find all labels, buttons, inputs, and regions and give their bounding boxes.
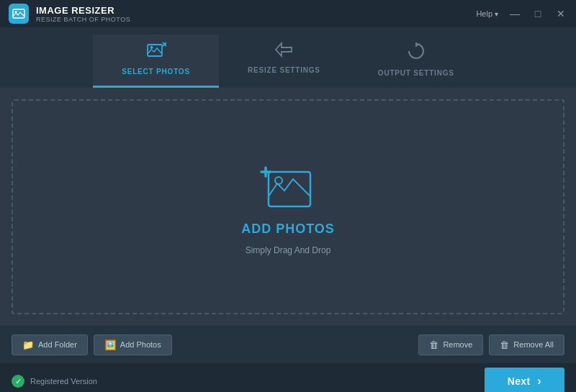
svg-point-3 (150, 46, 153, 49)
svg-point-1 (15, 11, 17, 13)
check-icon: ✓ (12, 375, 24, 388)
remove-all-icon: 🗑 (500, 339, 509, 350)
bottom-toolbar: 📁 Add Folder 🖼️ Add Photos 🗑 Remove 🗑 Re… (0, 326, 576, 363)
tab-resize-settings[interactable]: RESIZE SETTINGS (219, 35, 349, 88)
next-button[interactable]: Next › (485, 368, 564, 392)
folder-icon: 📁 (22, 339, 34, 350)
add-folder-button[interactable]: 📁 Add Folder (12, 334, 88, 355)
tabs-bar: SELECT PHOTOS RESIZE SETTINGS OUTPUT SET… (0, 27, 576, 88)
add-photos-icon-container (256, 159, 320, 213)
add-photos-button[interactable]: 🖼️ Add Photos (94, 334, 172, 355)
tab-resize-settings-label: RESIZE SETTINGS (248, 66, 320, 74)
title-bar-left: IMAGE RESIZER RESIZE BATCH OF PHOTOS (9, 4, 130, 24)
next-arrow-icon: › (537, 375, 541, 388)
registered-version: ✓ Registered Version (12, 375, 97, 388)
app-title: IMAGE RESIZER (36, 5, 130, 16)
bottom-right-buttons: 🗑 Remove 🗑 Remove All (418, 334, 564, 355)
minimize-button[interactable]: — (508, 9, 521, 19)
tab-output-settings-label: OUTPUT SETTINGS (378, 69, 454, 77)
remove-button[interactable]: 🗑 Remove (418, 334, 483, 355)
output-settings-icon (407, 42, 426, 65)
add-photos-sub: Simply Drag And Drop (246, 245, 331, 255)
svg-point-8 (275, 177, 282, 184)
image-icon: 🖼️ (104, 339, 116, 350)
main-content: ADD PHOTOS Simply Drag And Drop (0, 88, 576, 326)
help-button[interactable]: Help ▾ (476, 9, 498, 18)
add-photos-label: ADD PHOTOS (241, 222, 335, 237)
app-icon (9, 4, 29, 24)
title-info: IMAGE RESIZER RESIZE BATCH OF PHOTOS (36, 5, 130, 23)
add-photos-icon (256, 159, 320, 213)
bottom-left-buttons: 📁 Add Folder 🖼️ Add Photos (12, 334, 172, 355)
remove-all-button[interactable]: 🗑 Remove All (489, 334, 564, 355)
tab-output-settings[interactable]: OUTPUT SETTINGS (349, 35, 483, 88)
tab-select-photos-label: SELECT PHOTOS (122, 68, 190, 76)
remove-icon: 🗑 (429, 339, 438, 350)
svg-marker-6 (276, 43, 292, 56)
select-photos-icon (146, 42, 166, 63)
resize-settings-icon (274, 42, 293, 62)
maximize-button[interactable]: □ (531, 9, 544, 19)
title-bar: IMAGE RESIZER RESIZE BATCH OF PHOTOS Hel… (0, 0, 576, 27)
status-bar: ✓ Registered Version Next › (0, 363, 576, 392)
app-subtitle: RESIZE BATCH OF PHOTOS (36, 16, 130, 23)
close-button[interactable]: ✕ (554, 9, 567, 19)
tab-select-photos[interactable]: SELECT PHOTOS (93, 35, 219, 88)
drop-zone[interactable]: ADD PHOTOS Simply Drag And Drop (12, 99, 564, 314)
title-bar-right: Help ▾ — □ ✕ (476, 9, 567, 19)
